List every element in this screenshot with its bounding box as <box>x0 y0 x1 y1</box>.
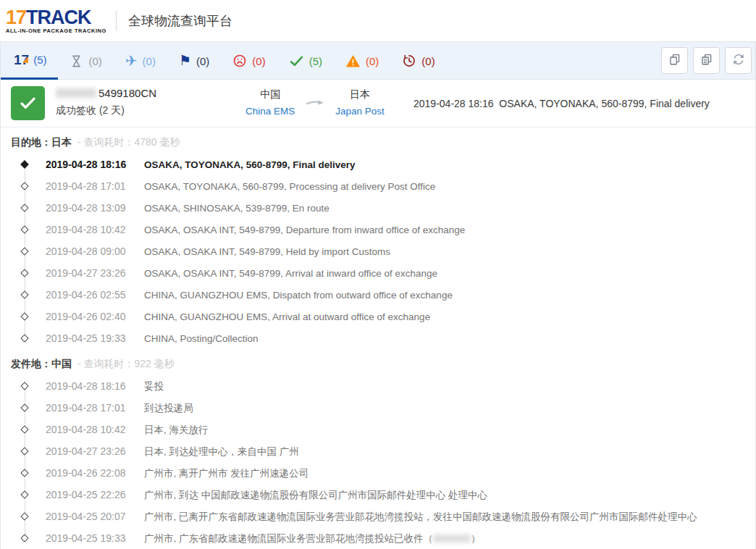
event-time: 2019-04-28 17:01 <box>46 175 144 197</box>
event-description: 妥投 <box>144 381 164 392</box>
diamond-icon <box>20 382 28 390</box>
tab-delivered[interactable]: (5) <box>277 42 334 80</box>
tab-count: (5) <box>309 55 322 67</box>
copy-button[interactable] <box>661 47 688 74</box>
delivered-check-icon <box>11 86 45 120</box>
tracking-event: 2019-04-28 18:16OSAKA, TOYONAKA, 560-879… <box>1 154 755 175</box>
tab-undelivered[interactable]: (0) <box>221 42 277 80</box>
event-time: 2019-04-26 02:40 <box>46 306 144 327</box>
diamond-icon <box>20 534 28 542</box>
event-description: 广州市, 广东省邮政速递物流国际业务营业部花地湾揽投站已收件（） <box>144 533 481 544</box>
route-arrow-icon <box>306 96 324 117</box>
event-time: 2019-04-28 09:00 <box>46 240 144 262</box>
tracking-event: 2019-04-25 19:33CHINA, Posting/Collectio… <box>1 327 755 349</box>
delivery-status: 成功签收 (2 天) <box>56 104 156 117</box>
refresh-icon <box>732 53 745 68</box>
diamond-filled-icon <box>20 160 28 168</box>
event-time: 2019-04-28 10:42 <box>46 419 144 440</box>
redacted-text <box>56 88 96 98</box>
tracking-event: 2019-04-28 10:42日本, 海关放行 <box>1 419 755 440</box>
diamond-icon <box>20 225 28 233</box>
tracking-event: 2019-04-25 22:26广州市, 到达 中国邮政速递物流股份有限公司广州… <box>1 484 755 506</box>
history-clock-icon <box>402 54 416 68</box>
event-time: 2019-04-27 23:26 <box>46 440 144 462</box>
event-description: 广州市, 离开广州市 发往广州速递公司 <box>144 468 308 479</box>
diamond-icon <box>20 247 28 255</box>
tab-count: (0) <box>421 55 434 67</box>
diamond-icon <box>20 447 28 455</box>
diamond-icon <box>20 490 28 498</box>
tracking-event: 2019-04-27 23:26日本, 到达处理中心，来自中国 广州 <box>1 440 755 462</box>
17-logo-icon: 17 <box>14 53 28 67</box>
plane-icon: ✈ <box>125 54 138 68</box>
tab-not-found[interactable]: (0) <box>58 42 113 80</box>
copy-all-button[interactable] <box>693 47 720 74</box>
diamond-icon <box>20 182 28 190</box>
tab-alert[interactable]: (0) <box>334 42 390 80</box>
event-time: 2019-04-27 23:26 <box>46 262 144 284</box>
status-tabbar: 17 (5) (0) ✈ (0) ⚑ (0) (0) (5) <box>1 42 755 80</box>
sad-face-icon <box>232 54 247 68</box>
tracking-event: 2019-04-26 02:40CHINA, GUANGZHOU EMS, Ar… <box>1 306 755 327</box>
tracking-event: 2019-04-28 17:01到达投递局 <box>1 397 755 419</box>
diamond-icon <box>20 425 28 433</box>
event-time: 2019-04-28 17:01 <box>46 397 144 419</box>
tab-count: (0) <box>143 55 156 67</box>
destination-country: 日本 <box>335 88 385 101</box>
shipment-summary-card[interactable]: 5499180CN 成功签收 (2 天) 中国 China EMS 日本 Jap… <box>1 80 755 127</box>
diamond-icon <box>20 312 28 320</box>
origin-country: 中国 <box>245 88 295 101</box>
tracking-panel: 17 (5) (0) ✈ (0) ⚑ (0) (0) (5) <box>0 41 756 549</box>
tracking-event: 2019-04-28 13:09OSAKA, SHINOSAKA, 539-87… <box>1 197 755 219</box>
event-description: CHINA, Posting/Collection <box>144 333 259 344</box>
event-description: 广州市, 已离开广东省邮政速递物流国际业务营业部花地湾揽投站，发往中国邮政速递物… <box>144 511 697 522</box>
section-title: 发件地：中国 <box>11 358 72 369</box>
event-description: OSAKA, TOYONAKA, 560-8799, Processing at… <box>144 181 435 192</box>
event-description: OSAKA, OSAKA INT, 549-8799, Held by impo… <box>144 246 390 257</box>
tracking-event: 2019-04-28 10:42OSAKA, OSAKA INT, 549-87… <box>1 219 755 240</box>
tracking-event: 2019-04-28 17:01OSAKA, TOYONAKA, 560-879… <box>1 175 755 197</box>
redacted-text <box>433 535 471 542</box>
origin-carrier-link[interactable]: China EMS <box>245 106 295 117</box>
diamond-icon <box>20 269 28 277</box>
event-description: OSAKA, TOYONAKA, 560-8799, Final deliver… <box>144 159 356 170</box>
event-time: 2019-04-28 13:09 <box>46 197 144 219</box>
tab-count: (0) <box>196 55 209 67</box>
event-description: OSAKA, SHINOSAKA, 539-8799, En route <box>144 203 329 214</box>
event-time: 2019-04-25 19:33 <box>46 527 144 549</box>
tab-expired[interactable]: (0) <box>390 42 446 80</box>
tracking-event: 2019-04-28 09:00OSAKA, OSAKA INT, 549-87… <box>1 240 755 262</box>
event-time: 2019-04-28 18:16 <box>46 154 144 175</box>
event-description: 广州市, 到达 中国邮政速递物流股份有限公司广州市国际邮件处理中心 处理中心 <box>144 490 487 500</box>
refresh-button[interactable] <box>725 47 752 74</box>
origin-block: 中国 China EMS <box>245 88 295 117</box>
tab-in-transit[interactable]: ✈ (0) <box>114 42 167 80</box>
17track-logo[interactable]: 17TRACK ALL-IN-ONE PACKAGE TRACKING <box>6 8 106 34</box>
tab-pick-up[interactable]: ⚑ (0) <box>167 42 221 80</box>
diamond-icon <box>20 290 28 298</box>
tab-all-shipments[interactable]: 17 (5) <box>1 42 58 80</box>
diamond-icon <box>20 334 28 342</box>
event-description: CHINA, GUANGZHOU EMS, Arrival at outward… <box>144 311 430 322</box>
event-time: 2019-04-25 22:26 <box>46 484 144 506</box>
tracking-info: 5499180CN 成功签收 (2 天) <box>56 87 156 117</box>
event-description: OSAKA, OSAKA INT, 549-8799, Departure fr… <box>144 225 465 235</box>
check-icon <box>289 54 304 69</box>
tracking-event: 2019-04-25 19:33广州市, 广东省邮政速递物流国际业务营业部花地湾… <box>1 527 755 549</box>
tab-count: (0) <box>366 55 379 67</box>
warning-icon <box>345 54 361 69</box>
logo-wedge-icon <box>22 56 28 63</box>
destination-section-header: 目的地：日本 - 查询耗时：4780 毫秒 <box>1 127 755 152</box>
destination-carrier-link[interactable]: Japan Post <box>335 106 385 117</box>
section-title: 目的地：日本 <box>11 136 72 148</box>
tracking-event: 2019-04-26 02:55CHINA, GUANGZHOU EMS, Di… <box>1 284 755 306</box>
event-description: 日本, 海关放行 <box>144 424 209 435</box>
diamond-icon <box>20 403 28 411</box>
event-description: 到达投递局 <box>144 403 193 414</box>
destination-event-list: 2019-04-28 18:16OSAKA, TOYONAKA, 560-879… <box>1 152 755 349</box>
event-time: 2019-04-28 10:42 <box>46 219 144 240</box>
origin-section-header: 发件地：中国 - 查询耗时：922 毫秒 <box>1 349 755 374</box>
header-divider <box>116 11 117 30</box>
event-description: 日本, 到达处理中心，来自中国 广州 <box>144 446 299 457</box>
shipment-route: 中国 China EMS 日本 Japan Post <box>245 88 385 117</box>
